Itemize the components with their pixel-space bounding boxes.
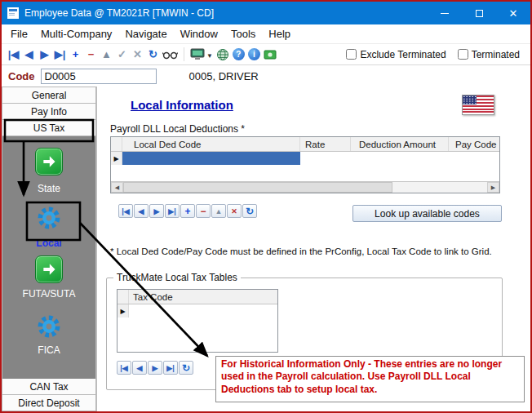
indicator-column-header — [111, 137, 122, 151]
futa-suta-arrow-icon — [35, 255, 63, 283]
code-input[interactable] — [41, 69, 157, 84]
tax-tables-grid[interactable]: Tax Code ▶ — [117, 289, 278, 353]
tax-first-button[interactable]: |◀ — [117, 361, 131, 375]
column-deduction-amount: Deduction Amount — [351, 137, 449, 151]
deductions-grid-header: Local Ded Code Rate Deduction Amount Pay… — [111, 137, 499, 152]
employee-summary: 0005, DRIVER — [189, 70, 259, 82]
deductions-nav-toolbar: |◀ ◀ ▶ ▶| + − ▲ ✕ ↻ — [118, 204, 257, 218]
terminated-checkbox-input[interactable] — [458, 49, 468, 60]
hscroll-thumb[interactable] — [123, 182, 392, 193]
tax-last-button[interactable]: ▶| — [163, 361, 178, 375]
monitor-dropdown-icon[interactable]: ▼ — [206, 52, 213, 60]
minimize-icon — [441, 13, 449, 14]
scroll-right-icon[interactable]: ▶ — [487, 182, 499, 193]
info-icon[interactable]: i — [248, 48, 260, 60]
row-marker-icon: ▶ — [117, 304, 129, 318]
window-title: Employee Data @ TM2021R [TMWIN - CD] — [24, 7, 428, 19]
exclude-terminated-label: Exclude Terminated — [360, 49, 446, 60]
menu-multi-company[interactable]: Multi-Company — [34, 25, 118, 42]
grid-edit-button[interactable]: ▲ — [211, 204, 226, 218]
menu-tools[interactable]: Tools — [224, 25, 262, 42]
app-window: Employee Data @ TM2021R [TMWIN - CD] ✕ F… — [0, 0, 532, 413]
monitor-icon[interactable] — [190, 48, 205, 60]
grid-first-button[interactable]: |◀ — [118, 204, 133, 218]
state-tab[interactable] — [2, 148, 95, 175]
nav-next-button[interactable]: ▶ — [37, 47, 52, 63]
post-button[interactable]: ✓ — [114, 47, 130, 63]
deductions-grid-row[interactable]: ▶ — [111, 152, 499, 165]
grid-refresh-button[interactable]: ↻ — [242, 204, 257, 218]
nav-prior-button[interactable]: ◀ — [21, 47, 37, 63]
terminated-checkbox[interactable]: Terminated — [458, 49, 520, 60]
cancel-button[interactable]: ✕ — [130, 47, 145, 63]
deductions-caption: Payroll DLL Local Deductions * — [110, 123, 245, 135]
sidebar: General Pay Info US Tax State Local — [2, 87, 97, 411]
minimize-button[interactable] — [428, 2, 462, 24]
tab-can-tax[interactable]: CAN Tax — [2, 378, 96, 395]
state-tab-label[interactable]: State — [2, 183, 95, 194]
grid-insert-button[interactable]: + — [180, 204, 195, 218]
help-icon[interactable]: ? — [233, 48, 245, 60]
footnote: * Local Ded Code/Pay Code must be define… — [110, 246, 492, 256]
futa-suta-tab-label[interactable]: FUTA/SUTA — [2, 288, 95, 300]
refresh-button[interactable]: ↻ — [145, 47, 161, 63]
edit-button[interactable]: ▲ — [99, 47, 114, 63]
close-button[interactable]: ✕ — [496, 2, 530, 24]
grid-next-button[interactable]: ▶ — [149, 204, 164, 218]
deductions-grid[interactable]: Local Ded Code Rate Deduction Amount Pay… — [110, 136, 500, 193]
tax-next-button[interactable]: ▶ — [148, 361, 162, 375]
tax-refresh-button[interactable]: ↻ — [179, 361, 193, 375]
titlebar: Employee Data @ TM2021R [TMWIN - CD] ✕ — [2, 2, 530, 24]
tab-us-tax[interactable]: US Tax — [2, 119, 96, 136]
menu-help[interactable]: Help — [262, 25, 297, 42]
menu-window[interactable]: Window — [174, 25, 224, 42]
app-icon — [7, 7, 19, 19]
code-label: Code — [8, 70, 35, 82]
fica-tab-label[interactable]: FICA — [2, 344, 95, 356]
menu-navigate[interactable]: Navigate — [118, 25, 173, 42]
glasses-icon[interactable] — [162, 49, 178, 60]
delete-button[interactable]: − — [83, 47, 99, 63]
exclude-terminated-checkbox[interactable]: Exclude Terminated — [346, 49, 446, 60]
grid-cancel-button[interactable]: ✕ — [227, 204, 242, 218]
local-tab[interactable] — [2, 204, 95, 232]
futa-suta-tab[interactable] — [2, 255, 95, 283]
maximize-button[interactable] — [462, 2, 496, 24]
fica-gear-icon — [35, 313, 63, 340]
tax-tables-grid-row[interactable]: ▶ — [117, 304, 277, 318]
money-icon[interactable] — [264, 49, 277, 60]
grid-last-button[interactable]: ▶| — [165, 204, 180, 218]
historical-warning: For Historical Information Only - These … — [215, 356, 525, 402]
local-information-panel: Local Information Payroll DLL Local Dedu… — [97, 87, 530, 411]
selected-cell[interactable] — [122, 152, 300, 165]
menubar: File Multi-Company Navigate Window Tools… — [2, 24, 530, 44]
local-tab-label[interactable]: Local — [2, 238, 95, 249]
insert-button[interactable]: + — [68, 47, 83, 63]
grid-prior-button[interactable]: ◀ — [134, 204, 149, 218]
globe-icon[interactable] — [216, 48, 229, 61]
tab-direct-deposit[interactable]: Direct Deposit — [2, 394, 96, 411]
nav-last-button[interactable]: ▶| — [52, 47, 68, 63]
lookup-codes-button[interactable]: Look up available codes — [352, 205, 502, 222]
nav-first-button[interactable]: |◀ — [6, 47, 21, 63]
us-flag-icon — [462, 95, 494, 115]
deductions-hscrollbar[interactable]: ◀ ▶ — [111, 181, 499, 193]
column-tax-code: Tax Code — [129, 290, 278, 304]
exclude-terminated-checkbox-input[interactable] — [346, 49, 357, 60]
close-icon: ✕ — [509, 8, 518, 19]
column-rate: Rate — [300, 137, 351, 151]
terminated-label: Terminated — [472, 49, 520, 60]
fica-tab[interactable] — [2, 313, 95, 340]
local-gear-icon — [35, 204, 63, 232]
scroll-left-icon[interactable]: ◀ — [111, 182, 123, 193]
maximize-icon — [476, 10, 483, 17]
hscroll-track[interactable] — [392, 182, 487, 193]
tax-prior-button[interactable]: ◀ — [132, 361, 147, 375]
grid-delete-button[interactable]: − — [196, 204, 211, 218]
tab-general[interactable]: General — [2, 87, 96, 104]
column-pay-code: Pay Code — [449, 137, 500, 151]
menu-file[interactable]: File — [4, 25, 34, 42]
tax-tables-grid-header: Tax Code — [117, 290, 277, 304]
tab-pay-info[interactable]: Pay Info — [2, 103, 96, 120]
tax-tables-nav-toolbar: |◀ ◀ ▶ ▶| ↻ — [117, 361, 193, 375]
